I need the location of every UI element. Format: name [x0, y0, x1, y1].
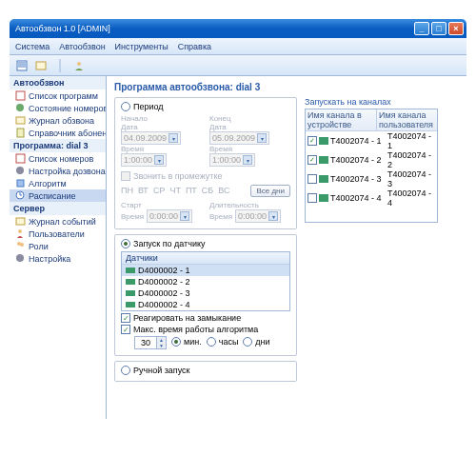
date-label: Дата — [121, 123, 202, 131]
sensor-list: Датчики D4000002 - 1 D4000002 - 2 D40000… — [121, 251, 290, 311]
sidebar-item-abonents[interactable]: Справочник абонентов — [10, 127, 106, 139]
sidebar-item-programs[interactable]: Список программ — [10, 89, 106, 102]
sensor-icon — [126, 278, 135, 286]
sidebar-group-program[interactable]: Программа: dial 3 — [10, 139, 106, 152]
channel-row[interactable]: T4002074 - 4T4002074 - 4 — [306, 188, 437, 208]
sidebar-item-log[interactable]: Журнал обзвона — [10, 114, 106, 127]
svg-point-18 — [18, 229, 22, 233]
sensor-item[interactable]: D4000002 - 3 — [122, 288, 289, 299]
sensor-icon — [126, 301, 135, 308]
svg-rect-29 — [319, 194, 328, 202]
maxtime-checkbox[interactable]: ✓Макс. время работы алгоритма — [121, 325, 290, 334]
menu-system[interactable]: Система — [15, 42, 50, 51]
svg-rect-27 — [319, 156, 328, 164]
toolbar-sep — [51, 57, 69, 74]
sidebar-item-evlog[interactable]: Журнал событий — [10, 215, 106, 228]
svg-rect-28 — [319, 175, 328, 183]
titlebar[interactable]: Автообзвон 1.0 [ADMIN] _ □ × — [10, 19, 466, 38]
period-radio[interactable]: Период — [121, 102, 290, 111]
sensor-item[interactable]: D4000002 - 2 — [122, 276, 289, 288]
sensor-group: Запуск по датчику Датчики D4000002 - 1 D… — [114, 234, 297, 356]
sensor-item[interactable]: D4000002 - 1 — [122, 265, 289, 276]
svg-rect-17 — [16, 218, 25, 225]
toolbar-list-icon[interactable] — [13, 57, 30, 74]
channels-label: Запускать на каналах — [305, 97, 438, 107]
start-time-input[interactable]: 1:00:00▾ — [121, 153, 167, 167]
sidebar-group-autodial[interactable]: Автообзвон — [10, 76, 106, 89]
svg-rect-11 — [16, 154, 25, 163]
menu-autodial[interactable]: Автообзвон — [59, 42, 105, 51]
svg-rect-4 — [36, 62, 46, 69]
sidebar-group-server[interactable]: Сервер — [10, 202, 106, 215]
svg-rect-24 — [126, 290, 135, 296]
menubar: Система Автообзвон Инструменты Справка — [10, 38, 466, 55]
maxtime-spinner[interactable]: ▲▼ — [134, 336, 167, 349]
manual-group: Ручной запуск — [114, 361, 297, 382]
svg-point-12 — [16, 167, 24, 174]
menu-tools[interactable]: Инструменты — [115, 42, 169, 51]
svg-point-20 — [20, 243, 24, 247]
main-panel: Программа автообзвона: dial 3 Период Нач… — [107, 76, 466, 419]
page-title: Программа автообзвона: dial 3 — [114, 82, 459, 92]
unit-day[interactable]: дни — [243, 337, 269, 347]
channel-row[interactable]: ✓T4002074 - 2T4002074 - 2 — [306, 150, 437, 169]
svg-rect-9 — [16, 117, 25, 124]
phone-icon — [319, 194, 328, 202]
svg-rect-23 — [126, 279, 135, 285]
channel-row[interactable]: ✓T4002074 - 1T4002074 - 1 — [306, 131, 437, 150]
menu-help[interactable]: Справка — [178, 42, 211, 51]
window-title: Автообзвон 1.0 [ADMIN] — [15, 24, 414, 33]
sidebar-item-dialcfg[interactable]: Настройка дозвона — [10, 165, 106, 177]
toolbar — [10, 55, 466, 76]
svg-rect-22 — [126, 268, 135, 273]
sidebar-item-roles[interactable]: Роли — [10, 240, 106, 252]
svg-rect-7 — [16, 91, 25, 100]
close-button[interactable]: × — [448, 22, 464, 35]
alldays-button[interactable]: Все дни — [250, 185, 290, 197]
svg-point-21 — [16, 254, 24, 262]
weekdays: ПНВТСРЧТПТСБВС — [121, 186, 229, 195]
react-checkbox[interactable]: ✓Реагировать на замыкание — [121, 313, 290, 323]
sidebar: Автообзвон Список программ Состояние ном… — [10, 76, 107, 419]
end-time-input[interactable]: 1:00:00▾ — [209, 153, 255, 167]
dur-input[interactable]: 0:00:00▾ — [235, 209, 281, 223]
start2-input[interactable]: 0:00:00▾ — [147, 209, 192, 223]
svg-point-8 — [16, 104, 24, 111]
svg-rect-25 — [126, 302, 135, 307]
sensor-icon — [126, 267, 135, 274]
gap-checkbox[interactable]: Звонить в промежутке — [121, 171, 290, 181]
app-window: Автообзвон 1.0 [ADMIN] _ □ × Система Авт… — [0, 0, 476, 476]
sidebar-item-schedule[interactable]: Расписание — [10, 189, 106, 202]
sidebar-item-settings[interactable]: Настройка — [10, 252, 106, 265]
start-label: Начало — [121, 114, 202, 123]
sensor-radio[interactable]: Запуск по датчику — [121, 239, 290, 248]
channel-row[interactable]: T4002074 - 3T4002074 - 3 — [306, 169, 437, 188]
manual-radio[interactable]: Ручной запуск — [121, 366, 290, 375]
startl: Старт — [121, 201, 202, 209]
unit-hour[interactable]: часы — [207, 337, 239, 347]
svg-rect-13 — [17, 180, 24, 187]
channels-header[interactable]: Имя канала в устройстве Имя канала польз… — [306, 109, 437, 131]
sidebar-item-state[interactable]: Состояние номеров — [10, 102, 106, 114]
maximize-button[interactable]: □ — [431, 22, 446, 35]
unit-min[interactable]: мин. — [171, 337, 202, 347]
durl: Длительность — [209, 201, 290, 209]
time-label: Время — [121, 145, 202, 153]
sensor-icon — [126, 289, 135, 297]
sensor-item[interactable]: D4000002 - 4 — [122, 299, 289, 310]
start-date-input[interactable]: 04.09.2009▾ — [121, 131, 181, 145]
toolbar-log-icon[interactable] — [32, 57, 50, 74]
sensor-col[interactable]: Датчики — [122, 252, 289, 265]
end-date-input[interactable]: 05.09.2009▾ — [209, 131, 269, 145]
sidebar-item-algo[interactable]: Алгоритм — [10, 177, 106, 189]
channels-table: Имя канала в устройстве Имя канала польз… — [305, 109, 438, 223]
minimize-button[interactable]: _ — [414, 22, 429, 35]
toolbar-users-icon[interactable] — [70, 57, 88, 74]
phone-icon — [319, 156, 328, 164]
period-group: Период Начало Дата 04.09.2009▾ Время 1:0… — [114, 97, 297, 229]
svg-rect-26 — [319, 137, 328, 145]
svg-point-6 — [77, 62, 81, 66]
svg-rect-10 — [17, 129, 24, 137]
sidebar-item-numbers[interactable]: Список номеров — [10, 152, 106, 165]
sidebar-item-users[interactable]: Пользователи — [10, 228, 106, 240]
